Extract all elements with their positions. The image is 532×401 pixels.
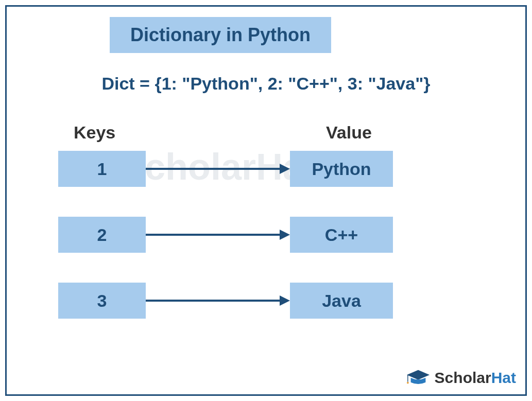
watermark-text: ScholarHat bbox=[120, 146, 316, 188]
logo-footer: ScholarHat bbox=[406, 368, 516, 388]
logo-text: ScholarHat bbox=[435, 369, 516, 387]
value-box: Java bbox=[290, 283, 393, 319]
graduation-cap-icon bbox=[406, 368, 431, 388]
code-line: Dict = {1: "Python", 2: "C++", 3: "Java"… bbox=[7, 74, 525, 94]
column-header-keys: Keys bbox=[74, 123, 115, 143]
value-label: Python bbox=[312, 159, 371, 179]
arrow-icon bbox=[146, 227, 290, 242]
arrow-icon bbox=[146, 293, 290, 308]
title-text: Dictionary in Python bbox=[130, 24, 311, 46]
value-box: Python bbox=[290, 151, 393, 187]
diagram-frame: Dictionary in Python Dict = {1: "Python"… bbox=[5, 5, 527, 396]
key-label: 3 bbox=[97, 291, 107, 311]
key-label: 1 bbox=[97, 159, 107, 179]
svg-marker-9 bbox=[280, 295, 290, 306]
key-box: 1 bbox=[58, 151, 146, 187]
key-box: 3 bbox=[58, 283, 146, 319]
svg-marker-5 bbox=[280, 164, 290, 174]
svg-marker-10 bbox=[407, 370, 430, 380]
svg-point-12 bbox=[407, 382, 409, 384]
key-box: 2 bbox=[58, 217, 146, 253]
svg-marker-7 bbox=[280, 230, 290, 240]
value-label: C++ bbox=[325, 225, 358, 245]
key-label: 2 bbox=[97, 225, 107, 245]
value-label: Java bbox=[322, 291, 361, 311]
logo-suffix: Hat bbox=[491, 369, 516, 386]
column-header-value: Value bbox=[326, 123, 372, 143]
title-box: Dictionary in Python bbox=[110, 17, 331, 53]
arrow-icon bbox=[146, 161, 290, 177]
value-box: C++ bbox=[290, 217, 393, 253]
logo-prefix: Scholar bbox=[435, 369, 491, 386]
